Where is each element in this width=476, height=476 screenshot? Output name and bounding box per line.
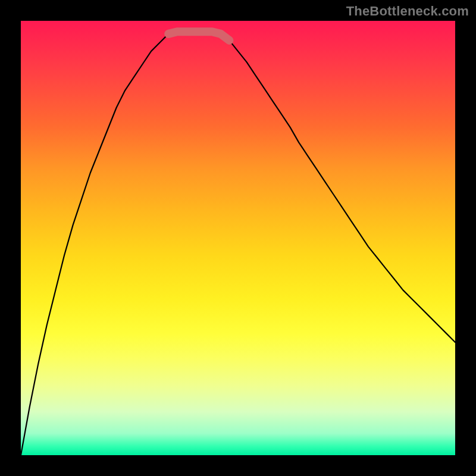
bottleneck-curve-highlight [168, 32, 229, 40]
chart-frame: TheBottleneck.com [0, 0, 476, 476]
chart-curve-layer [21, 21, 455, 455]
watermark-text: TheBottleneck.com [346, 4, 469, 19]
bottleneck-curve [21, 32, 455, 455]
